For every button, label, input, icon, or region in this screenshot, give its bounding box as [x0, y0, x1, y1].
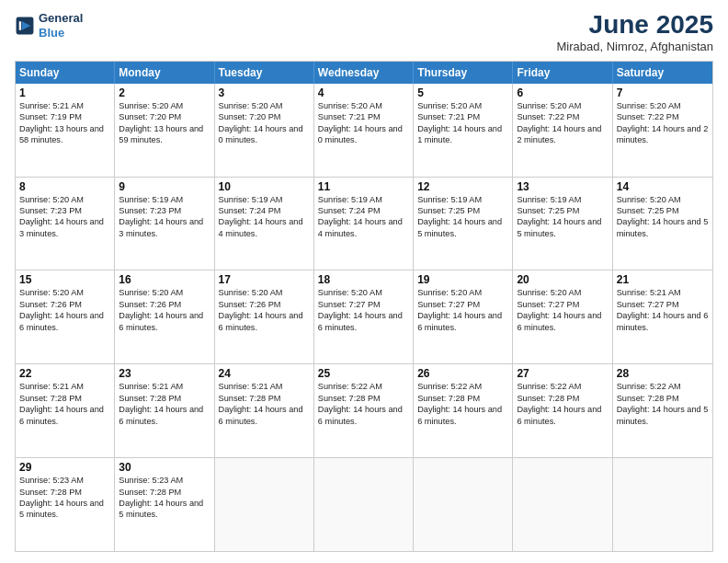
- day-number: 18: [318, 273, 409, 286]
- sunset-text: Sunset: 7:26 PM: [219, 299, 310, 310]
- sunrise-text: Sunrise: 5:20 AM: [517, 100, 608, 111]
- sunset-text: Sunset: 7:28 PM: [318, 393, 409, 404]
- day-number: 3: [219, 86, 310, 99]
- sunset-text: Sunset: 7:19 PM: [19, 111, 110, 122]
- daylight-text: Daylight: 14 hours and 5 minutes.: [517, 216, 608, 239]
- day-cell-18: 18Sunrise: 5:20 AMSunset: 7:27 PMDayligh…: [314, 270, 414, 363]
- weekday-header-friday: Friday: [513, 62, 612, 84]
- sunset-text: Sunset: 7:21 PM: [318, 111, 409, 122]
- daylight-text: Daylight: 14 hours and 6 minutes.: [119, 404, 210, 427]
- daylight-text: Daylight: 14 hours and 2 minutes.: [617, 123, 709, 146]
- calendar-header: SundayMondayTuesdayWednesdayThursdayFrid…: [16, 62, 712, 84]
- sunrise-text: Sunrise: 5:20 AM: [219, 287, 310, 298]
- day-cell-6: 6Sunrise: 5:20 AMSunset: 7:22 PMDaylight…: [513, 84, 612, 177]
- day-cell-25: 25Sunrise: 5:22 AMSunset: 7:28 PMDayligh…: [314, 364, 414, 457]
- sunrise-text: Sunrise: 5:20 AM: [617, 194, 709, 205]
- daylight-text: Daylight: 14 hours and 4 minutes.: [219, 216, 310, 239]
- sunrise-text: Sunrise: 5:19 AM: [119, 194, 210, 205]
- daylight-text: Daylight: 13 hours and 59 minutes.: [119, 123, 210, 146]
- day-number: 17: [219, 273, 310, 286]
- day-cell-26: 26Sunrise: 5:22 AMSunset: 7:28 PMDayligh…: [414, 364, 513, 457]
- sunset-text: Sunset: 7:26 PM: [19, 299, 110, 310]
- sunset-text: Sunset: 7:28 PM: [119, 487, 210, 498]
- day-cell-28: 28Sunrise: 5:22 AMSunset: 7:28 PMDayligh…: [613, 364, 712, 457]
- sunrise-text: Sunrise: 5:20 AM: [617, 100, 709, 111]
- sunset-text: Sunset: 7:27 PM: [318, 299, 409, 310]
- empty-cell: [215, 458, 314, 551]
- daylight-text: Daylight: 14 hours and 6 minutes.: [219, 310, 310, 333]
- day-cell-21: 21Sunrise: 5:21 AMSunset: 7:27 PMDayligh…: [613, 270, 712, 363]
- empty-cell: [414, 458, 513, 551]
- calendar: SundayMondayTuesdayWednesdayThursdayFrid…: [15, 61, 713, 552]
- sunrise-text: Sunrise: 5:19 AM: [417, 194, 508, 205]
- daylight-text: Daylight: 14 hours and 6 minutes.: [517, 404, 608, 427]
- sunrise-text: Sunrise: 5:23 AM: [19, 475, 110, 486]
- day-cell-30: 30Sunrise: 5:23 AMSunset: 7:28 PMDayligh…: [115, 458, 214, 551]
- sunset-text: Sunset: 7:28 PM: [417, 393, 508, 404]
- sunrise-text: Sunrise: 5:19 AM: [318, 194, 409, 205]
- day-number: 21: [617, 273, 709, 286]
- day-number: 26: [417, 367, 508, 380]
- daylight-text: Daylight: 14 hours and 2 minutes.: [517, 123, 608, 146]
- day-number: 30: [119, 461, 210, 474]
- logo-text: General Blue: [39, 11, 83, 40]
- day-cell-5: 5Sunrise: 5:20 AMSunset: 7:21 PMDaylight…: [414, 84, 513, 177]
- weekday-header-tuesday: Tuesday: [215, 62, 314, 84]
- day-number: 25: [318, 367, 409, 380]
- sunrise-text: Sunrise: 5:20 AM: [219, 100, 310, 111]
- day-number: 11: [318, 180, 409, 193]
- daylight-text: Daylight: 13 hours and 58 minutes.: [19, 123, 110, 146]
- sunset-text: Sunset: 7:27 PM: [617, 299, 709, 310]
- sunrise-text: Sunrise: 5:22 AM: [517, 381, 608, 392]
- sunset-text: Sunset: 7:22 PM: [617, 111, 709, 122]
- logo-icon: [15, 16, 35, 36]
- sunset-text: Sunset: 7:20 PM: [119, 111, 210, 122]
- day-cell-3: 3Sunrise: 5:20 AMSunset: 7:20 PMDaylight…: [215, 84, 314, 177]
- daylight-text: Daylight: 14 hours and 5 minutes.: [119, 498, 210, 521]
- day-cell-7: 7Sunrise: 5:20 AMSunset: 7:22 PMDaylight…: [613, 84, 712, 177]
- day-number: 8: [19, 180, 110, 193]
- sunrise-text: Sunrise: 5:23 AM: [119, 475, 210, 486]
- daylight-text: Daylight: 14 hours and 6 minutes.: [318, 404, 409, 427]
- day-number: 1: [19, 86, 110, 99]
- day-number: 10: [219, 180, 310, 193]
- header: General Blue June 2025 Mirabad, Nimroz, …: [15, 11, 713, 53]
- day-number: 19: [417, 273, 508, 286]
- day-number: 15: [19, 273, 110, 286]
- day-number: 20: [517, 273, 608, 286]
- sunset-text: Sunset: 7:28 PM: [119, 393, 210, 404]
- sunset-text: Sunset: 7:28 PM: [517, 393, 608, 404]
- day-cell-10: 10Sunrise: 5:19 AMSunset: 7:24 PMDayligh…: [215, 178, 314, 270]
- daylight-text: Daylight: 14 hours and 5 minutes.: [617, 216, 709, 239]
- sunrise-text: Sunrise: 5:20 AM: [19, 194, 110, 205]
- day-number: 23: [119, 367, 210, 380]
- daylight-text: Daylight: 14 hours and 6 minutes.: [617, 310, 709, 333]
- daylight-text: Daylight: 14 hours and 5 minutes.: [417, 216, 508, 239]
- day-number: 13: [517, 180, 608, 193]
- daylight-text: Daylight: 14 hours and 4 minutes.: [318, 216, 409, 239]
- empty-cell: [314, 458, 414, 551]
- sunset-text: Sunset: 7:25 PM: [517, 205, 608, 216]
- sunset-text: Sunset: 7:26 PM: [119, 299, 210, 310]
- calendar-row-5: 29Sunrise: 5:23 AMSunset: 7:28 PMDayligh…: [16, 457, 712, 551]
- sunset-text: Sunset: 7:22 PM: [517, 111, 608, 122]
- sunset-text: Sunset: 7:25 PM: [417, 205, 508, 216]
- svg-rect-2: [19, 21, 21, 29]
- day-cell-11: 11Sunrise: 5:19 AMSunset: 7:24 PMDayligh…: [314, 178, 414, 270]
- daylight-text: Daylight: 14 hours and 6 minutes.: [318, 310, 409, 333]
- day-cell-22: 22Sunrise: 5:21 AMSunset: 7:28 PMDayligh…: [16, 364, 115, 457]
- weekday-header-monday: Monday: [115, 62, 214, 84]
- daylight-text: Daylight: 14 hours and 0 minutes.: [318, 123, 409, 146]
- day-cell-15: 15Sunrise: 5:20 AMSunset: 7:26 PMDayligh…: [16, 270, 115, 363]
- sunrise-text: Sunrise: 5:20 AM: [417, 287, 508, 298]
- daylight-text: Daylight: 14 hours and 6 minutes.: [517, 310, 608, 333]
- sunrise-text: Sunrise: 5:20 AM: [119, 100, 210, 111]
- title-area: June 2025 Mirabad, Nimroz, Afghanistan: [556, 11, 713, 53]
- logo: General Blue: [15, 11, 83, 40]
- daylight-text: Daylight: 14 hours and 6 minutes.: [219, 404, 310, 427]
- calendar-row-3: 15Sunrise: 5:20 AMSunset: 7:26 PMDayligh…: [16, 270, 712, 363]
- daylight-text: Daylight: 14 hours and 6 minutes.: [417, 404, 508, 427]
- day-number: 14: [617, 180, 709, 193]
- day-cell-16: 16Sunrise: 5:20 AMSunset: 7:26 PMDayligh…: [115, 270, 214, 363]
- sunrise-text: Sunrise: 5:20 AM: [19, 287, 110, 298]
